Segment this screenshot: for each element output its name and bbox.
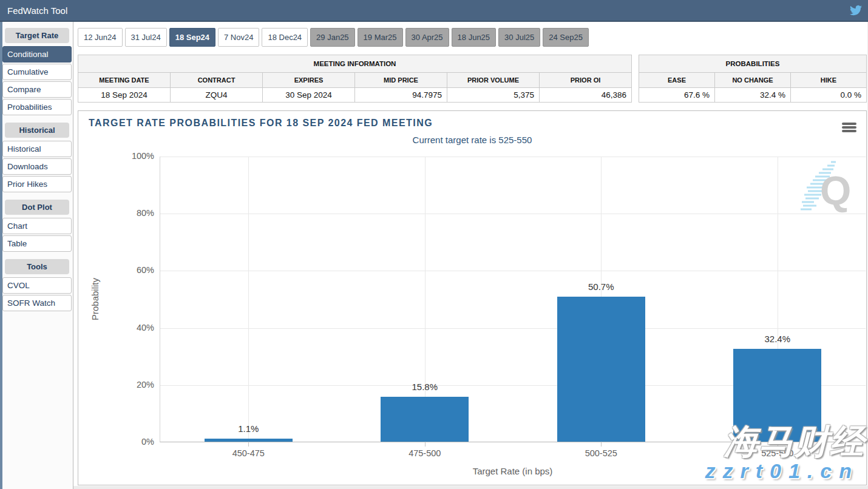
x-gridline [248, 157, 249, 442]
tab-30-jul25[interactable]: 30 Jul25 [498, 28, 540, 47]
meeting-information-table: MEETING INFORMATIONMEETING DATECONTRACTE… [78, 55, 632, 103]
bar-data-label: 32.4% [690, 334, 866, 344]
sidebar-item-compare[interactable]: Compare [2, 81, 72, 98]
bar-500-525[interactable] [557, 297, 645, 442]
meeting-value-meeting-date: 18 Sep 2024 [78, 88, 171, 103]
meeting-value-contract: ZQU4 [171, 88, 263, 103]
sidebar-item-prior-hikes[interactable]: Prior Hikes [2, 176, 72, 192]
meeting-value-expires: 30 Sep 2024 [263, 88, 355, 103]
tab-18-sep24[interactable]: 18 Sep24 [169, 28, 215, 47]
bar-data-label: 50.7% [513, 282, 690, 292]
meeting-value-prior-volume: 5,375 [447, 88, 540, 103]
app-title: FedWatch Tool [7, 5, 67, 16]
watermark-url-text: zzrt01.cn [705, 459, 860, 483]
sidebar-item-table[interactable]: Table [2, 235, 72, 252]
x-tick-mark [601, 442, 602, 447]
probabilities-table-title: PROBABILITIES [639, 55, 867, 73]
sidebar-item-probabilities[interactable]: Probabilities [2, 99, 72, 115]
sidebar-section-header-historical: Historical [5, 123, 69, 138]
plot-area: 0%20%40%60%80%100%1.1%450-47515.8%475-50… [160, 157, 866, 442]
probabilities-table: PROBABILITIESEASENO CHANGEHIKE67.6 %32.4… [639, 55, 867, 103]
sidebar-item-conditional[interactable]: Conditional [2, 46, 72, 62]
sidebar-section-header-tools: Tools [5, 259, 69, 274]
category-column-500-525: 50.7%500-525 [513, 157, 690, 442]
sidebar-item-downloads[interactable]: Downloads [2, 158, 72, 175]
tab-18-dec24[interactable]: 18 Dec24 [262, 28, 308, 47]
tab-19-mar25[interactable]: 19 Mar25 [358, 28, 403, 47]
probabilities-column-ease: EASE [639, 73, 715, 88]
chart-context-menu-icon[interactable] [842, 123, 856, 133]
sidebar-item-sofr-watch[interactable]: SOFR Watch [2, 295, 72, 311]
chart-title: TARGET RATE PROBABILITIES FOR 18 SEP 202… [89, 117, 433, 129]
tab-7-nov24[interactable]: 7 Nov24 [218, 28, 259, 47]
y-tick-label: 60% [118, 265, 154, 275]
meeting-column-prior-oi: PRIOR OI [540, 73, 632, 88]
probabilities-column-no-change: NO CHANGE [715, 73, 791, 88]
meeting-column-contract: CONTRACT [171, 73, 263, 88]
meeting-column-prior-volume: PRIOR VOLUME [447, 73, 540, 88]
y-tick-label: 100% [118, 151, 154, 161]
tab-24-sep25[interactable]: 24 Sep25 [543, 28, 589, 47]
sidebar-item-historical[interactable]: Historical [2, 141, 72, 157]
y-tick-label: 0% [118, 437, 154, 447]
sidebar-section-header-target-rate: Target Rate [5, 28, 69, 43]
x-category-label: 450-475 [160, 448, 337, 458]
meeting-column-expires: EXPIRES [263, 73, 355, 88]
x-category-label: 475-500 [337, 448, 514, 458]
y-tick-label: 20% [118, 380, 154, 390]
y-axis-title: Probability [90, 278, 100, 320]
twitter-icon[interactable] [850, 4, 862, 16]
meeting-column-meeting-date: MEETING DATE [78, 73, 171, 88]
tab-31-jul24[interactable]: 31 Jul24 [125, 28, 167, 47]
chart-panel: TARGET RATE PROBABILITIES FOR 18 SEP 202… [78, 110, 867, 485]
svg-text:Q: Q [820, 168, 850, 213]
tab-30-apr25[interactable]: 30 Apr25 [405, 28, 449, 47]
sidebar-item-cvol[interactable]: CVOL [2, 277, 72, 294]
sidebar-item-cumulative[interactable]: Cumulative [2, 64, 72, 80]
meeting-date-tabs: 12 Jun2431 Jul2418 Sep247 Nov2418 Dec242… [78, 28, 591, 47]
tab-12-jun24[interactable]: 12 Jun24 [78, 28, 123, 47]
tab-18-jun25[interactable]: 18 Jun25 [452, 28, 497, 47]
y-tick-label: 40% [118, 323, 154, 332]
bar-data-label: 15.8% [337, 382, 514, 392]
tab-29-jan25[interactable]: 29 Jan25 [310, 28, 355, 47]
category-column-450-475: 1.1%450-475 [160, 157, 337, 442]
category-column-475-500: 15.8%475-500 [337, 157, 514, 442]
probabilities-value-no-change: 32.4 % [715, 88, 791, 103]
y-tick-label: 80% [118, 208, 154, 218]
watermark-chinese-text: 海马财经 [724, 419, 865, 465]
app-header: FedWatch Tool [0, 0, 868, 22]
sidebar-item-chart[interactable]: Chart [2, 218, 72, 234]
sidebar-section-header-dot-plot: Dot Plot [5, 200, 69, 215]
chart-subtitle: Current target rate is 525-550 [78, 135, 866, 145]
x-tick-mark [425, 442, 426, 447]
bar-data-label: 1.1% [160, 423, 337, 434]
quikstrike-logo-watermark: Q [798, 158, 850, 221]
sidebar: Target RateConditionalCumulativeCompareP… [2, 22, 73, 489]
main-area: 12 Jun2431 Jul2418 Sep247 Nov2418 Dec242… [73, 22, 867, 486]
meeting-value-prior-oi: 46,386 [540, 88, 632, 103]
meeting-value-mid-price: 94.7975 [355, 88, 447, 103]
bar-475-500[interactable] [381, 397, 469, 442]
probabilities-value-hike: 0.0 % [791, 88, 867, 103]
meeting-table-title: MEETING INFORMATION [78, 55, 632, 73]
x-category-label: 500-525 [513, 448, 690, 458]
probabilities-column-hike: HIKE [791, 73, 867, 88]
meeting-column-mid-price: MID PRICE [355, 73, 447, 88]
x-tick-mark [248, 442, 249, 447]
probabilities-value-ease: 67.6 % [639, 88, 715, 103]
